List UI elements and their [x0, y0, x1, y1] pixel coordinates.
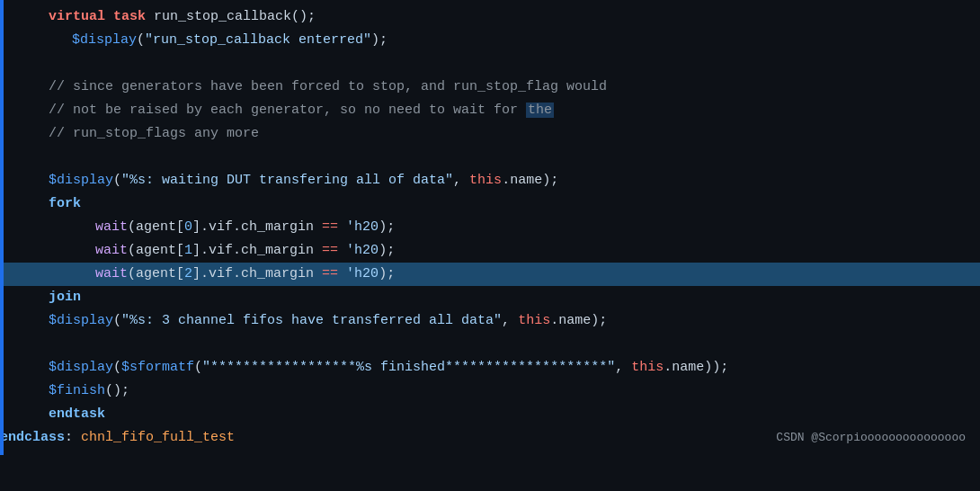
code-line-1: virtual task run_stop_callback();	[0, 5, 980, 29]
comment-1: // since generators have been forced to …	[49, 76, 607, 98]
code-line-display-waiting: $display("%s: waiting DUT transfering al…	[0, 169, 980, 192]
keyword-fork: fork	[49, 193, 81, 215]
eq-1: ==	[322, 240, 338, 262]
str-h20-0: 'h20	[346, 217, 379, 238]
code-line-blank-1	[0, 52, 980, 76]
code-line-endtask: endtask	[0, 403, 980, 426]
code-line-display-transferred: $display("%s: 3 channel fifos have trans…	[0, 309, 980, 333]
code-line-blank-3	[0, 333, 980, 356]
code-line-comment3: // run_stop_flags any more	[0, 122, 980, 146]
keyword-endtask: endtask	[49, 404, 105, 425]
num-2: 2	[184, 263, 192, 285]
num-1: 1	[184, 240, 192, 262]
dollar-display-waiting: $display	[49, 170, 113, 192]
dollar-display-sformatf: $display	[49, 357, 113, 379]
str-h20-1: 'h20	[346, 240, 379, 262]
str-stars: "******************%s finished**********…	[202, 357, 615, 379]
eq-2: ==	[322, 263, 338, 285]
code-line-wait0: wait(agent[0].vif.ch_margin == 'h20);	[0, 216, 980, 239]
comment-2: // not be raised by each generator, so n…	[49, 100, 554, 121]
kw-this-3: this	[631, 357, 664, 379]
classname-endclass: chnl_fifo_full_test	[81, 427, 235, 449]
kw-this-2: this	[518, 310, 550, 332]
keyword-endclass: endclass	[0, 427, 65, 449]
code-line-display-sformatf: $display($sformatf("******************%s…	[0, 356, 980, 379]
dollar-sformatf: $sformatf	[121, 357, 194, 379]
str-waiting: "%s: waiting DUT transfering all of data…	[121, 170, 453, 192]
eq-0: ==	[322, 217, 338, 238]
code-line-finish: $finish();	[0, 379, 980, 403]
kw-wait-2: wait	[95, 263, 128, 285]
str-h20-2: 'h20	[346, 263, 379, 285]
dollar-display: $display	[72, 30, 137, 51]
code-line-2: $display("run_stop_callback enterred");	[0, 29, 980, 52]
code-line-wait1: wait(agent[1].vif.ch_margin == 'h20);	[0, 239, 980, 263]
comment-3: // run_stop_flags any more	[49, 123, 259, 145]
keyword-task: task	[113, 6, 146, 28]
code-line-comment2: // not be raised by each generator, so n…	[0, 99, 980, 122]
str-transferred: "%s: 3 channel fifos have transferred al…	[121, 310, 502, 332]
code-line-wait2: wait(agent[2].vif.ch_margin == 'h20);	[0, 263, 980, 286]
kw-this-1: this	[469, 170, 502, 192]
num-0: 0	[184, 217, 192, 238]
kw-wait-1: wait	[95, 240, 128, 262]
dollar-finish: $finish	[49, 380, 105, 402]
code-line-comment1: // since generators have been forced to …	[0, 76, 980, 99]
keyword-join: join	[49, 287, 81, 308]
string-enterred: "run_stop_callback enterred"	[145, 30, 371, 51]
watermark: CSDN @Scorpiooooooooooooooo	[776, 429, 966, 448]
kw-wait-0: wait	[95, 217, 128, 238]
code-line-blank-2	[0, 146, 980, 169]
dollar-display-transferred: $display	[49, 310, 113, 332]
keyword-virtual: virtual	[49, 6, 105, 28]
code-line-join: join	[0, 286, 980, 309]
code-line-fork: fork	[0, 192, 980, 216]
